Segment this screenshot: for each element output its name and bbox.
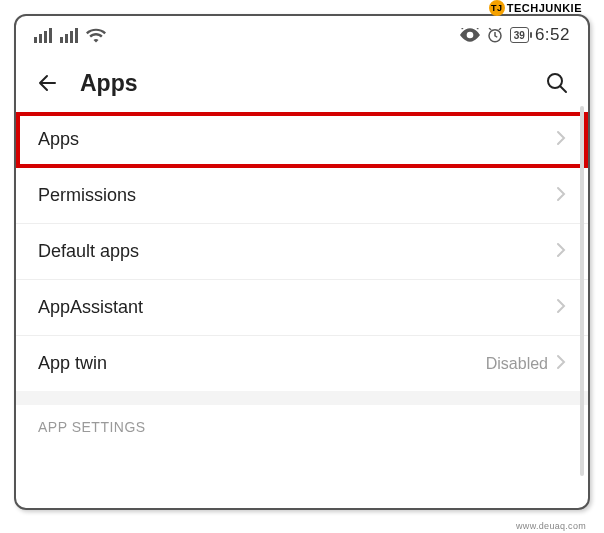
list-item-label: Apps (38, 129, 79, 150)
brand-badge: TJ TECHJUNKIE (489, 0, 582, 16)
list-item-app-assistant[interactable]: AppAssistant (16, 280, 588, 336)
battery-icon: 39 (510, 27, 529, 43)
page-header: Apps (16, 54, 588, 112)
brand-logo: TJ (489, 0, 505, 16)
list-item-default-apps[interactable]: Default apps (16, 224, 588, 280)
list-item-apps[interactable]: Apps (16, 112, 588, 168)
svg-line-3 (475, 28, 478, 29)
signal-sim2-icon (60, 28, 78, 43)
page-title: Apps (80, 70, 524, 97)
status-right: 39 6:52 (460, 25, 570, 45)
svg-line-0 (461, 28, 464, 29)
chevron-right-icon (556, 130, 566, 150)
back-button[interactable] (34, 70, 60, 96)
list-item-value: Disabled (486, 355, 548, 373)
battery-level: 39 (514, 30, 525, 41)
settings-list: Apps Permissions Default apps (16, 112, 588, 443)
list-item-label: AppAssistant (38, 297, 143, 318)
svg-line-6 (560, 86, 566, 92)
section-header: APP SETTINGS (16, 405, 588, 443)
status-clock: 6:52 (535, 25, 570, 45)
wifi-icon (86, 27, 106, 43)
search-button[interactable] (544, 70, 570, 96)
brand-name: TECHJUNKIE (507, 2, 582, 14)
device-frame: 39 6:52 Apps Apps Permissions (14, 14, 590, 510)
list-item-permissions[interactable]: Permissions (16, 168, 588, 224)
eye-comfort-icon (460, 28, 480, 42)
status-left (34, 27, 106, 43)
chevron-right-icon (556, 186, 566, 206)
footer-credit: www.deuaq.com (516, 521, 586, 531)
alarm-icon (486, 26, 504, 44)
section-divider (16, 391, 588, 405)
list-item-label: App twin (38, 353, 107, 374)
signal-sim1-icon (34, 28, 52, 43)
chevron-right-icon (556, 298, 566, 318)
chevron-right-icon (556, 242, 566, 262)
status-bar: 39 6:52 (16, 16, 588, 54)
list-item-label: Default apps (38, 241, 139, 262)
list-item-app-twin[interactable]: App twin Disabled (16, 336, 588, 391)
chevron-right-icon (556, 354, 566, 374)
scrollbar[interactable] (580, 106, 584, 476)
list-item-label: Permissions (38, 185, 136, 206)
